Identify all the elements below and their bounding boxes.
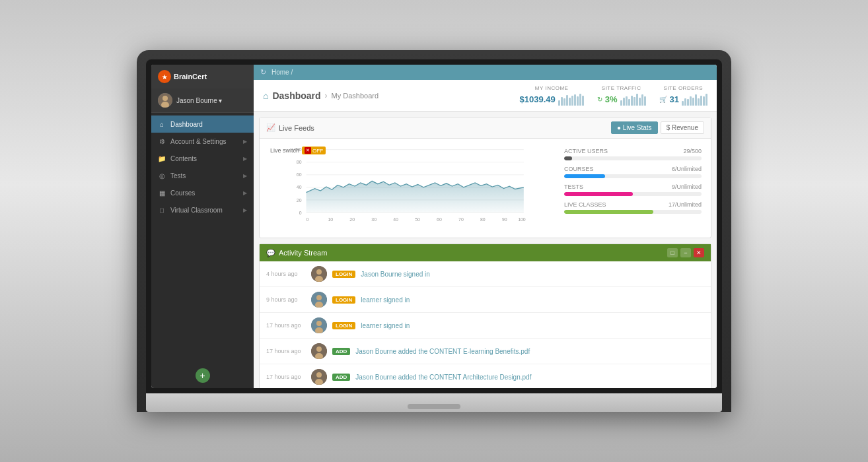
mini-bar bbox=[582, 96, 584, 106]
active-users-label: ACTIVE USERS bbox=[564, 148, 608, 154]
chevron-right-icon-5: ▶ bbox=[243, 207, 247, 213]
svg-text:60: 60 bbox=[437, 217, 442, 222]
trackpad bbox=[408, 404, 460, 409]
svg-text:50: 50 bbox=[415, 217, 420, 222]
activity-item: 17 hours agoADDJason Bourne added the CO… bbox=[260, 339, 711, 364]
logo-text: BrainCert bbox=[174, 73, 207, 81]
orders-value: 31 bbox=[670, 94, 679, 104]
refresh-icon[interactable]: ↻ bbox=[260, 68, 266, 77]
live-feeds-header: 📈 Live Feeds ● Live Stats $ Revenue bbox=[260, 117, 711, 139]
sidebar-item-courses[interactable]: ▦ Courses ▶ bbox=[151, 184, 254, 201]
page-subtitle: My Dashboard bbox=[332, 92, 379, 100]
activity-text: learner signed in bbox=[361, 322, 704, 329]
activity-item: 4 hours agoLOGINJason Bourne signed in bbox=[260, 261, 711, 287]
svg-text:60: 60 bbox=[297, 172, 302, 177]
courses-stat-label: COURSES bbox=[564, 166, 594, 172]
tab-revenue[interactable]: $ Revenue bbox=[661, 121, 704, 134]
mini-bar bbox=[579, 94, 581, 106]
tab-live-stats[interactable]: ● Live Stats bbox=[611, 121, 658, 134]
sidebar-header: ★ BrainCert bbox=[151, 65, 254, 88]
minimize-btn[interactable]: − bbox=[680, 248, 691, 257]
comment-icon: 💬 bbox=[266, 249, 275, 257]
activity-header: 💬 Activity Stream □ − ✕ bbox=[260, 244, 711, 261]
mini-bar bbox=[571, 96, 573, 106]
braincert-logo: ★ BrainCert bbox=[158, 70, 207, 83]
sidebar-item-account-label: Account & Settings bbox=[170, 138, 227, 145]
sidebar-item-virtual-label: Virtual Classroom bbox=[170, 207, 223, 214]
svg-point-35 bbox=[316, 321, 322, 326]
mini-bar bbox=[695, 94, 697, 106]
svg-point-3 bbox=[163, 96, 168, 101]
minimize-square-btn[interactable]: □ bbox=[667, 248, 678, 257]
activity-badge: ADD bbox=[332, 374, 350, 381]
sidebar-item-virtual[interactable]: □ Virtual Classroom ▶ bbox=[151, 201, 254, 218]
activity-text: Jason Bourne added the CONTENT E-learnin… bbox=[355, 348, 704, 355]
home-icon: ⌂ bbox=[158, 120, 166, 128]
panel-body: Live switch ✕ OFF bbox=[260, 139, 711, 238]
activity-time: 4 hours ago bbox=[266, 271, 306, 277]
mini-bar bbox=[644, 96, 646, 106]
sidebar-item-tests-label: Tests bbox=[170, 172, 186, 180]
svg-text:90: 90 bbox=[502, 217, 507, 222]
main-content: ↻ Home / ⌂ Dashboard › My Dashboard bbox=[254, 65, 717, 388]
svg-text:10: 10 bbox=[328, 217, 333, 222]
mini-bar bbox=[639, 98, 641, 106]
mini-bar bbox=[620, 100, 622, 106]
activity-avatar bbox=[311, 292, 327, 308]
mini-bar bbox=[698, 98, 700, 106]
sidebar-item-courses-label: Courses bbox=[170, 189, 195, 197]
sidebar-item-tests[interactable]: ◎ Tests ▶ bbox=[151, 167, 254, 184]
mini-bar bbox=[636, 94, 638, 106]
close-btn[interactable]: ✕ bbox=[694, 248, 704, 257]
active-users-progress-bg bbox=[564, 156, 702, 160]
user-name: Jason Bourne ▾ bbox=[176, 97, 223, 104]
active-users-value: 29/500 bbox=[683, 148, 702, 154]
sidebar-item-contents-label: Contents bbox=[170, 155, 197, 162]
chevron-right-icon-4: ▶ bbox=[243, 190, 247, 196]
activity-item: 9 hours agoLOGINlearner signed in bbox=[260, 287, 711, 313]
sidebar-item-contents[interactable]: 📁 Contents ▶ bbox=[151, 150, 254, 167]
svg-text:20: 20 bbox=[349, 217, 355, 222]
mini-bar bbox=[692, 98, 694, 106]
folder-icon: 📁 bbox=[158, 154, 166, 162]
chevron-right-icon: ▶ bbox=[243, 139, 247, 145]
laptop-frame: ★ BrainCert bbox=[137, 50, 731, 412]
svg-text:80: 80 bbox=[297, 160, 302, 164]
page-header: ⌂ Dashboard › My Dashboard MY INCOME $10… bbox=[254, 80, 717, 112]
chevron-right-icon-3: ▶ bbox=[243, 173, 247, 179]
user-section[interactable]: Jason Bourne ▾ bbox=[151, 88, 254, 113]
activity-badge: LOGIN bbox=[332, 322, 355, 329]
live-switch: Live switch ✕ OFF bbox=[270, 147, 326, 154]
svg-text:20: 20 bbox=[297, 198, 302, 203]
activity-text: Jason Bourne added the CONTENT Architect… bbox=[355, 374, 704, 381]
sidebar-item-dashboard[interactable]: ⌂ Dashboard bbox=[151, 116, 254, 133]
mini-bar bbox=[631, 96, 633, 106]
mini-bar bbox=[705, 94, 707, 106]
laptop-base bbox=[146, 393, 722, 412]
income-stat: MY INCOME $1039.49 bbox=[520, 85, 584, 106]
mini-bar bbox=[682, 101, 684, 106]
mini-bar bbox=[687, 99, 689, 106]
live-classes-progress-bg bbox=[564, 210, 702, 214]
courses-icon: ▦ bbox=[158, 189, 166, 197]
mini-bar bbox=[633, 97, 635, 106]
live-classes-value: 17/Unlimited bbox=[669, 201, 702, 208]
activity-badge: LOGIN bbox=[332, 271, 355, 278]
add-button[interactable]: + bbox=[196, 368, 210, 383]
svg-text:40: 40 bbox=[393, 217, 398, 222]
app-wrapper: ★ BrainCert bbox=[151, 65, 717, 388]
live-classes-progress-fill bbox=[564, 210, 653, 214]
orders-chart bbox=[682, 92, 707, 106]
tests-stat: TESTS 9/Unlimited bbox=[564, 183, 702, 196]
breadcrumb: Home / bbox=[271, 69, 293, 76]
content-area: 📈 Live Feeds ● Live Stats $ Revenue bbox=[254, 112, 717, 388]
screen: ★ BrainCert bbox=[151, 65, 717, 388]
chart-container: Live switch ✕ OFF bbox=[265, 144, 554, 232]
sidebar-item-account[interactable]: ⚙ Account & Settings ▶ bbox=[151, 133, 254, 150]
svg-text:30: 30 bbox=[371, 217, 377, 222]
switch-toggle[interactable]: ✕ OFF bbox=[302, 147, 326, 154]
svg-text:0: 0 bbox=[299, 211, 302, 215]
line-chart: 100 80 60 40 20 0 0 10 bbox=[265, 144, 554, 230]
activity-avatar bbox=[311, 369, 327, 385]
activity-avatar bbox=[311, 317, 327, 333]
